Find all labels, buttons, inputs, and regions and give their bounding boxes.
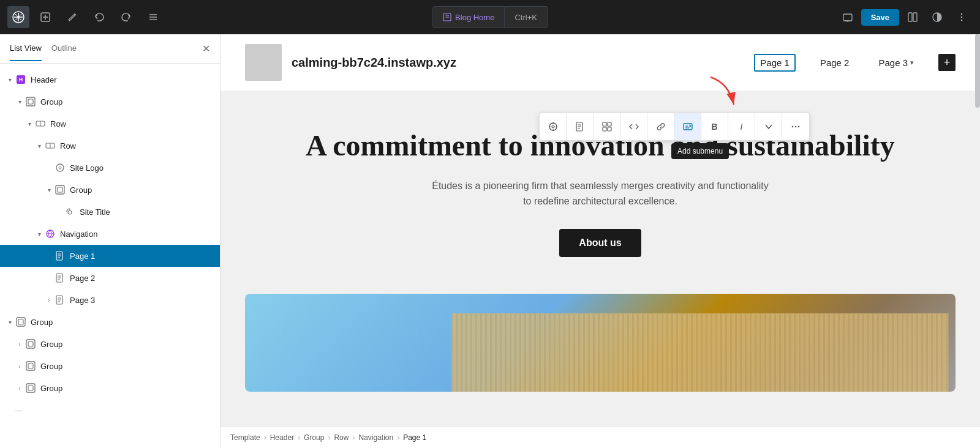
tree-item-page-2[interactable]: Page 2	[0, 267, 220, 289]
group-icon	[24, 360, 37, 372]
toolbar-target-button[interactable]	[540, 113, 567, 140]
svg-rect-67	[603, 127, 606, 131]
tab-listview[interactable]: List View	[10, 36, 42, 61]
breadcrumb-row[interactable]: Row	[334, 433, 349, 442]
chevron-icon	[15, 383, 24, 393]
scrollbar-thumb[interactable]	[975, 34, 980, 108]
save-button[interactable]: Save	[861, 9, 899, 26]
group-icon	[54, 184, 66, 196]
top-bar: Blog Home Ctrl+K Save	[0, 0, 980, 34]
add-block-button[interactable]	[34, 6, 56, 28]
tree-item-group-6[interactable]: Group	[0, 377, 220, 399]
blog-home-button[interactable]: Blog Home	[432, 6, 505, 28]
tree-item-site-logo[interactable]: Site Logo	[0, 157, 220, 179]
edit-button[interactable]	[61, 6, 83, 28]
svg-rect-53	[26, 384, 35, 392]
breadcrumb-navigation[interactable]: Navigation	[358, 433, 393, 442]
building-overlay	[451, 313, 948, 392]
toolbar-link-button[interactable]	[647, 113, 674, 140]
more-options-button[interactable]	[951, 6, 973, 28]
add-nav-item-button[interactable]: +	[938, 54, 956, 71]
toolbar-document-button[interactable]	[567, 113, 594, 140]
page-header: calming-bb7c24.instawp.xyz Page 1 Page 2…	[221, 34, 980, 91]
breadcrumb-template[interactable]: Template	[230, 433, 260, 442]
tree-item-group-4[interactable]: Group	[0, 333, 220, 355]
canvas-scroll[interactable]: calming-bb7c24.instawp.xyz Page 1 Page 2…	[221, 34, 980, 426]
toolbar-ellipsis-button[interactable]	[782, 113, 809, 140]
group-4-label: Group	[40, 340, 62, 349]
hero-subtitle: Études is a pioneering firm that seamles…	[429, 178, 772, 209]
block-toolbar: B I	[539, 113, 810, 141]
svg-rect-52	[28, 364, 33, 368]
tree-item-group-5[interactable]: Group	[0, 355, 220, 377]
toolbar-more-down-button[interactable]	[755, 113, 782, 140]
navigation-icon	[44, 228, 56, 240]
breadcrumb-bar: Template › Header › Group › Row › Naviga…	[221, 426, 980, 448]
chevron-icon	[5, 317, 15, 327]
row-icon	[34, 118, 47, 130]
group-icon	[24, 382, 37, 394]
tab-outline[interactable]: Outline	[51, 36, 77, 61]
chevron-icon	[15, 339, 24, 349]
tree-item-site-title[interactable]: Site Title	[0, 201, 220, 223]
svg-point-19	[961, 20, 963, 21]
breadcrumb-group[interactable]: Group	[304, 433, 324, 442]
group-icon	[24, 338, 37, 350]
breadcrumb-header[interactable]: Header	[270, 433, 294, 442]
tree-item-group-2[interactable]: Group	[0, 179, 220, 201]
layout-button[interactable]	[902, 6, 924, 28]
toolbar-italic-button[interactable]: I	[728, 113, 755, 140]
row-2-label: Row	[60, 141, 76, 151]
preview-button[interactable]	[837, 6, 859, 28]
redo-button[interactable]	[115, 6, 137, 28]
svg-rect-11	[843, 14, 852, 21]
svg-rect-65	[603, 122, 606, 126]
toolbar-code-button[interactable]	[620, 113, 647, 140]
tree-item-group-1[interactable]: Group	[0, 91, 220, 113]
tree-item-group-3[interactable]: Group	[0, 311, 220, 333]
wp-logo[interactable]	[7, 6, 29, 28]
tree-item-page-1[interactable]: Page 1	[0, 245, 220, 267]
about-us-button[interactable]: About us	[559, 229, 641, 257]
svg-rect-66	[608, 122, 611, 126]
tree-item-divider: —	[0, 399, 220, 421]
tree-item-header[interactable]: H Header	[0, 69, 220, 91]
page-icon	[54, 250, 66, 262]
breadcrumb-page1[interactable]: Page 1	[403, 433, 426, 442]
group-3-label: Group	[31, 318, 53, 327]
list-view-button[interactable]	[142, 6, 164, 28]
svg-point-72	[792, 126, 794, 128]
site-logo-icon	[54, 162, 66, 174]
svg-rect-69	[684, 124, 692, 130]
page-1-label: Page 1	[70, 252, 95, 261]
svg-rect-47	[17, 318, 25, 326]
undo-button[interactable]	[88, 6, 110, 28]
svg-rect-48	[18, 319, 23, 324]
site-url: calming-bb7c24.instawp.xyz	[292, 56, 456, 70]
contrast-button[interactable]	[926, 6, 948, 28]
nav-page-1[interactable]: Page 1	[754, 54, 796, 72]
tree-item-navigation[interactable]: Navigation	[0, 223, 220, 245]
svg-point-28	[56, 164, 64, 171]
site-logo-label: Site Logo	[70, 163, 104, 173]
top-bar-right: Save	[837, 6, 973, 28]
sidebar-header: List View Outline ✕	[0, 34, 220, 64]
tree-item-row-1[interactable]: Row	[0, 113, 220, 135]
canvas-area: calming-bb7c24.instawp.xyz Page 1 Page 2…	[221, 34, 980, 448]
page-icon	[54, 294, 66, 306]
toolbar-grid-button[interactable]	[594, 113, 620, 140]
svg-rect-68	[608, 127, 611, 131]
close-sidebar-button[interactable]: ✕	[202, 43, 210, 54]
chevron-icon	[44, 185, 54, 195]
toolbar-submenu-button[interactable]	[674, 113, 701, 140]
site-title-icon	[64, 206, 76, 218]
nav-page-3[interactable]: Page 3 ▾	[873, 55, 919, 70]
svg-point-32	[68, 211, 72, 214]
tree-item-page-3[interactable]: Page 3	[0, 289, 220, 311]
toolbar-bold-button[interactable]: B	[701, 113, 728, 140]
chevron-icon	[15, 361, 24, 371]
tree-item-row-2[interactable]: Row	[0, 135, 220, 157]
scrollbar-track[interactable]	[975, 34, 980, 426]
svg-point-74	[798, 126, 800, 128]
nav-page-2[interactable]: Page 2	[815, 55, 854, 70]
